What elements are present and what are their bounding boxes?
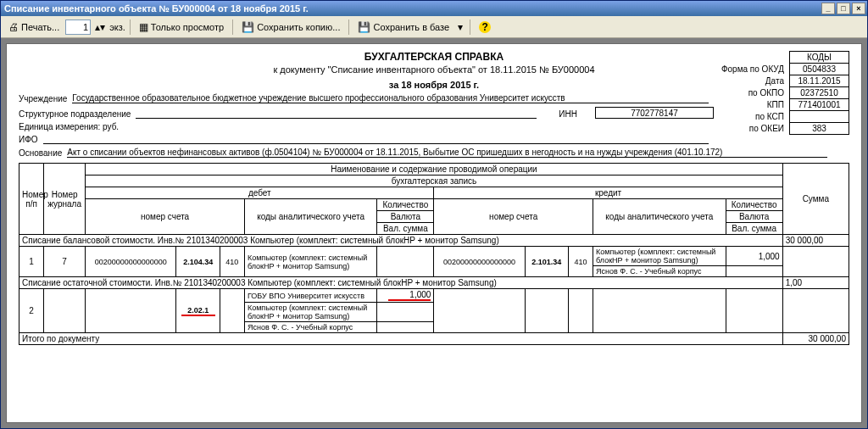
- close-button[interactable]: ×: [852, 3, 865, 14]
- codes-header: КОДЫ: [790, 52, 849, 64]
- question-icon: ?: [479, 21, 491, 33]
- cell-cred-anal-top: Компьютер (комплект: системный блокHP + …: [593, 247, 726, 266]
- updown-icon: ▴▾: [95, 22, 105, 32]
- codes-table: КОДЫ Форма по ОКУД0504833 Дата18.11.2015…: [718, 51, 849, 135]
- document-area: КОДЫ Форма по ОКУД0504833 Дата18.11.2015…: [1, 38, 867, 428]
- help-button[interactable]: ?: [475, 19, 495, 36]
- section-1-header: Списание балансовой стоимости. Инв.№ 210…: [19, 235, 849, 247]
- separator: [348, 20, 349, 35]
- col-cred-qty: Количество Валюта Вал. сумма: [726, 199, 782, 235]
- cell-deb-anal-3: Яснов Ф. С. - Учебный корпус: [244, 322, 376, 333]
- cell-empty: [726, 266, 782, 277]
- separator: [232, 20, 233, 35]
- okud-value: 0504833: [790, 64, 849, 75]
- document-scroll[interactable]: КОДЫ Форма по ОКУД0504833 Дата18.11.2015…: [6, 43, 862, 423]
- cell-deb-acct3: [220, 289, 244, 333]
- struct-value: [136, 118, 537, 119]
- cell-sum: [782, 247, 849, 277]
- cell-deb-acct2: 2.104.34: [176, 247, 220, 277]
- save-db-button[interactable]: 💾 Сохранить в базе: [353, 19, 453, 36]
- separator: [130, 20, 131, 35]
- separator: [470, 20, 470, 35]
- cell-cred-acct3: [569, 289, 593, 333]
- print-label: Печать...: [21, 22, 59, 32]
- disk-icon: 💾: [242, 22, 254, 32]
- save-db-label: Сохранить в базе: [373, 22, 449, 32]
- cell-cred-acct2: 2.101.34: [525, 247, 568, 277]
- window-controls: _ □ ×: [821, 3, 865, 14]
- col-cred-acct: номер счета: [434, 199, 593, 235]
- date-value: 18.11.2015: [790, 75, 849, 87]
- entries-table: Номер п/п Номер журнала Наименование и с…: [19, 163, 849, 345]
- okpo-label: по ОКПО: [718, 87, 790, 99]
- okei-label: по ОКЕИ: [718, 123, 790, 135]
- save-db-options[interactable]: ▾: [455, 19, 465, 36]
- cell-np: 2: [19, 289, 44, 333]
- cell-deb-qty: [377, 247, 434, 277]
- save-copy-button[interactable]: 💾 Сохранить копию...: [237, 19, 344, 36]
- org-label: Учреждение: [19, 94, 67, 103]
- kpp-label: КПП: [718, 99, 790, 111]
- cell-cred-anal-bot: Яснов Ф. С. - Учебный корпус: [593, 266, 726, 277]
- cell-deb-qty: 1,000: [377, 289, 434, 303]
- basis-value: Акт о списании объектов нефинансовых акт…: [67, 148, 827, 158]
- ifo-label: ИФО: [19, 135, 38, 144]
- okpo-value: 02372510: [790, 87, 849, 99]
- copies-input[interactable]: [65, 20, 91, 35]
- cell-deb-acct: 00200000000000000: [86, 247, 176, 277]
- printer-icon: 🖨: [8, 22, 19, 32]
- org-value: Государственное образовательное бюджетно…: [72, 93, 709, 103]
- section-2-header: Списание остаточной стоимости. Инв.№ 210…: [19, 277, 849, 289]
- cell-cred-acct3: 410: [569, 247, 593, 277]
- cell-empty: [377, 303, 434, 322]
- cell-cred-acct2: [525, 289, 568, 333]
- kpp-value: 771401001: [790, 99, 849, 111]
- cell-cred-anal: [593, 289, 726, 333]
- ksp-value: [790, 111, 849, 123]
- struct-label: Структурное подразделение: [19, 109, 131, 119]
- section-1-text: Списание балансовой стоимости. Инв.№ 210…: [19, 235, 783, 247]
- okud-label: Форма по ОКУД: [718, 64, 790, 75]
- chevron-down-icon: ▾: [458, 22, 463, 32]
- section-2-text: Списание остаточной стоимости. Инв.№ 210…: [19, 277, 783, 289]
- table-icon: ▦: [139, 22, 148, 32]
- document-header: КОДЫ Форма по ОКУД0504833 Дата18.11.2015…: [19, 51, 849, 158]
- col-op-name: Наименование и содержание проводимой опе…: [86, 164, 782, 176]
- totals-label: Итого по документу: [19, 333, 783, 345]
- cell-journal: [44, 289, 86, 333]
- cell-sum: [782, 289, 849, 333]
- minimize-button[interactable]: _: [821, 3, 835, 14]
- toolbar: 🖨 Печать... ▴▾ экз. ▦ Только просмотр 💾 …: [1, 16, 867, 38]
- ifo-value: [43, 143, 709, 144]
- col-credit: кредит: [434, 187, 782, 199]
- print-button[interactable]: 🖨 Печать...: [4, 19, 64, 36]
- maximize-button[interactable]: □: [837, 3, 850, 14]
- cell-deb-anal-2: Компьютер (комплект: системный блокHP + …: [244, 303, 376, 322]
- cell-deb-anal-1: ГОБУ ВПО Университет искусств: [244, 289, 376, 303]
- col-deb-anal: коды аналитического учета: [244, 199, 376, 235]
- cell-np: 1: [19, 247, 44, 277]
- view-only-button[interactable]: ▦ Только просмотр: [135, 19, 228, 36]
- cell-journal: 7: [44, 247, 86, 277]
- col-journal: Номер журнала: [44, 164, 86, 235]
- copies-suffix: экз.: [109, 22, 125, 32]
- view-only-label: Только просмотр: [151, 22, 224, 32]
- table-row: 1 7 00200000000000000 2.104.34 410 Компь…: [19, 247, 849, 266]
- cell-deb-acct2: 2.02.1: [176, 289, 220, 333]
- cell-empty: [377, 322, 434, 333]
- col-deb-acct: номер счета: [86, 199, 245, 235]
- ksp-label: по КСП: [718, 111, 790, 123]
- col-buh: бухгалтерская запись: [86, 176, 782, 187]
- totals-sum: 30 000,00: [782, 333, 849, 345]
- copies-spinner[interactable]: ▴▾: [92, 19, 108, 36]
- cell-deb-acct3: 410: [220, 247, 244, 277]
- app-window: Списание инвентарного объекта № БУ000004…: [0, 0, 868, 429]
- save-copy-label: Сохранить копию...: [257, 22, 340, 32]
- col-np: Номер п/п: [19, 164, 44, 235]
- window-title: Списание инвентарного объекта № БУ000004…: [4, 3, 821, 14]
- document: КОДЫ Форма по ОКУД0504833 Дата18.11.2015…: [7, 44, 861, 352]
- cell-deb-acct: [86, 289, 176, 333]
- cell-cred-qty: 1,000: [726, 247, 782, 266]
- inn-value: 7702778147: [595, 107, 714, 119]
- inn-label: ИНН: [559, 109, 577, 119]
